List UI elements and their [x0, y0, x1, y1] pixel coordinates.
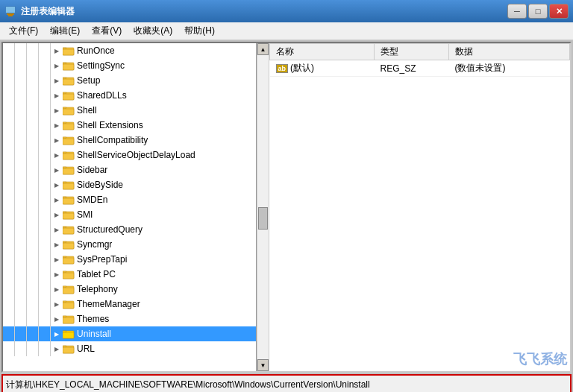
svg-rect-37	[63, 288, 74, 294]
tree-indent	[27, 297, 39, 312]
svg-rect-25	[63, 198, 74, 204]
tree-indent	[15, 133, 27, 148]
window-controls: ─ □ ✕	[507, 4, 569, 19]
tree-item[interactable]: ▶ SysPrepTapi	[3, 252, 256, 267]
svg-rect-9	[63, 79, 74, 85]
tree-item[interactable]: ▶ URL	[3, 341, 256, 356]
tree-item[interactable]: ▶ Sidebar	[3, 162, 256, 177]
folder-icon	[63, 105, 75, 116]
registry-values-panel: 名称 类型 数据 ab(默认)REG_SZ(数值未设置)	[269, 43, 570, 371]
tree-expand-arrow[interactable]: ▶	[51, 167, 63, 174]
tree-item[interactable]: ▶ Shell Extensions	[3, 118, 256, 133]
tree-item[interactable]: ▶ SharedDLLs	[3, 88, 256, 103]
tree-item[interactable]: ▶ Uninstall	[3, 326, 256, 341]
tree-expand-arrow[interactable]: ▶	[51, 346, 63, 353]
tree-expand-arrow[interactable]: ▶	[51, 48, 63, 54]
tree-item[interactable]: ▶ Syncmgr	[3, 237, 256, 252]
col-type: 类型	[375, 44, 449, 60]
svg-rect-41	[63, 317, 74, 323]
tree-expand-arrow[interactable]: ▶	[51, 197, 63, 203]
tree-indent	[3, 192, 15, 207]
tree-expand-arrow[interactable]: ▶	[51, 286, 63, 293]
tree-indent	[27, 118, 39, 133]
tree-item-label: SMI	[77, 209, 93, 220]
tree-indent	[3, 252, 15, 267]
tree-indent	[3, 282, 15, 297]
folder-icon	[63, 60, 75, 71]
vertical-scrollbar[interactable]: ▲ ▼	[257, 43, 269, 371]
folder-icon	[63, 120, 75, 130]
tree-expand-arrow[interactable]: ▶	[51, 227, 63, 233]
tree-expand-arrow[interactable]: ▶	[51, 107, 63, 114]
tree-item[interactable]: ▶ Telephony	[3, 282, 256, 297]
tree-item[interactable]: ▶ SMI	[3, 207, 256, 222]
tree-item[interactable]: ▶ ThemeManager	[3, 297, 256, 312]
tree-expand-arrow[interactable]: ▶	[51, 331, 63, 338]
value-type-cell: REG_SZ	[375, 60, 449, 77]
tree-item[interactable]: ▶ Setup	[3, 73, 256, 88]
scroll-down-button[interactable]: ▼	[257, 359, 269, 371]
tree-item[interactable]: ▶ Themes	[3, 312, 256, 326]
tree-item-label: Setup	[77, 75, 100, 86]
tree-indent	[27, 133, 39, 148]
scroll-up-button[interactable]: ▲	[257, 43, 269, 55]
tree-indent	[15, 58, 27, 73]
tree-indent	[3, 73, 15, 88]
tree-expand-arrow[interactable]: ▶	[51, 92, 63, 99]
tree-expand-arrow[interactable]: ▶	[51, 63, 63, 69]
close-button[interactable]: ✕	[549, 4, 569, 19]
svg-rect-23	[63, 183, 74, 189]
tree-item[interactable]: ▶ SMDEn	[3, 192, 256, 207]
table-row[interactable]: ab(默认)REG_SZ(数值未设置)	[270, 60, 570, 77]
menu-favorites[interactable]: 收藏夹(A)	[128, 23, 178, 39]
tree-item-label: ShellCompatibility	[77, 135, 148, 145]
tree-expand-arrow[interactable]: ▶	[51, 301, 63, 308]
tree-indent	[27, 267, 39, 282]
tree-indent	[15, 43, 27, 58]
tree-expand-arrow[interactable]: ▶	[51, 316, 63, 323]
tree-item[interactable]: ▶ Tablet PC	[3, 267, 256, 282]
tree-expand-arrow[interactable]: ▶	[51, 78, 63, 84]
tree-indent	[39, 312, 51, 326]
tree-expand-arrow[interactable]: ▶	[51, 212, 63, 218]
col-name: 名称	[270, 44, 375, 60]
tree-item[interactable]: ▶ RunOnce	[3, 43, 256, 58]
folder-icon	[63, 239, 75, 250]
tree-indent	[39, 58, 51, 73]
tree-indent	[3, 341, 15, 356]
tree-expand-arrow[interactable]: ▶	[51, 152, 63, 159]
tree-indent	[3, 237, 15, 252]
tree-item[interactable]: ▶ SideBySide	[3, 177, 256, 192]
col-data: 数据	[449, 44, 570, 60]
scroll-thumb[interactable]	[258, 207, 268, 230]
registry-tree[interactable]: ▶ RunOnce▶ SettingSync▶ Setup▶ SharedDLL…	[3, 43, 257, 371]
tree-expand-arrow[interactable]: ▶	[51, 182, 63, 189]
tree-indent	[15, 177, 27, 192]
maximize-button[interactable]: □	[528, 4, 548, 19]
tree-indent	[3, 88, 15, 103]
minimize-button[interactable]: ─	[507, 4, 527, 19]
tree-item[interactable]: ▶ Shell	[3, 103, 256, 118]
menu-help[interactable]: 帮助(H)	[178, 23, 221, 39]
menu-file[interactable]: 文件(F)	[3, 23, 44, 39]
tree-expand-arrow[interactable]: ▶	[51, 122, 63, 129]
tree-expand-arrow[interactable]: ▶	[51, 256, 63, 263]
menu-edit[interactable]: 编辑(E)	[44, 23, 86, 39]
tree-item[interactable]: ▶ StructuredQuery	[3, 222, 256, 237]
tree-item[interactable]: ▶ ShellCompatibility	[3, 133, 256, 148]
tree-indent	[15, 341, 27, 356]
folder-icon	[63, 344, 75, 354]
tree-item[interactable]: ▶ SettingSync	[3, 58, 256, 73]
title-bar: 注册表编辑器 ─ □ ✕	[0, 0, 573, 22]
tree-indent	[27, 252, 39, 267]
tree-expand-arrow[interactable]: ▶	[51, 241, 63, 248]
values-table: 名称 类型 数据 ab(默认)REG_SZ(数值未设置)	[269, 43, 570, 77]
menu-view[interactable]: 查看(V)	[86, 23, 128, 39]
tree-item[interactable]: ▶ ShellServiceObjectDelayLoad	[3, 148, 256, 162]
tree-indent	[27, 341, 39, 356]
scroll-track[interactable]	[257, 55, 269, 359]
tree-expand-arrow[interactable]: ▶	[51, 137, 63, 144]
tree-expand-arrow[interactable]: ▶	[51, 271, 63, 278]
svg-rect-35	[63, 273, 74, 279]
tree-indent	[3, 133, 15, 148]
